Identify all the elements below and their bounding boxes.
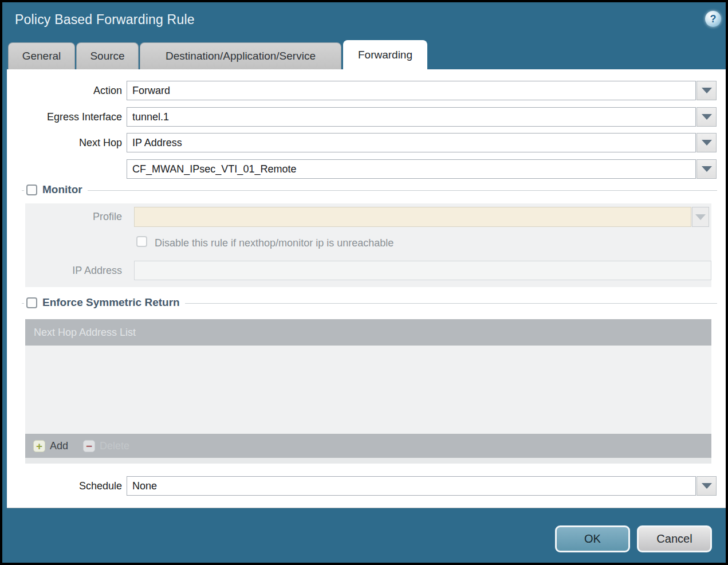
next-hop-address-list-body bbox=[25, 346, 711, 434]
monitor-group: Monitor bbox=[22, 190, 717, 191]
next-hop-address-dropdown-button[interactable] bbox=[696, 159, 717, 179]
symmetric-return-legend: Enforce Symmetric Return bbox=[24, 296, 185, 309]
symmetric-return-legend-label: Enforce Symmetric Return bbox=[42, 296, 180, 309]
next-hop-address-list-table: Next Hop Address List + Add − Delete bbox=[25, 319, 711, 464]
chevron-down-icon bbox=[702, 166, 712, 172]
action-combo bbox=[127, 81, 717, 100]
monitor-checkbox[interactable] bbox=[26, 185, 37, 195]
forwarding-tab-panel: Action Egress Interface Next Hop bbox=[7, 69, 726, 508]
schedule-label: Schedule bbox=[7, 480, 122, 492]
ok-button-label: OK bbox=[584, 532, 601, 546]
chevron-down-icon bbox=[702, 140, 712, 146]
disable-rule-checkbox bbox=[136, 236, 147, 247]
action-label: Action bbox=[7, 85, 122, 97]
add-icon: + bbox=[33, 440, 45, 452]
next-hop-combo bbox=[127, 133, 717, 152]
next-hop-label: Next Hop bbox=[7, 137, 122, 149]
symmetric-return-checkbox[interactable] bbox=[26, 297, 37, 308]
egress-interface-label: Egress Interface bbox=[7, 111, 122, 123]
add-button[interactable]: + Add bbox=[33, 440, 68, 452]
schedule-input[interactable] bbox=[127, 476, 696, 496]
pbf-rule-dialog: Policy Based Forwarding Rule ? General S… bbox=[2, 2, 726, 563]
next-hop-address-input[interactable] bbox=[127, 159, 696, 179]
screen: Policy Based Forwarding Rule ? General S… bbox=[0, 0, 728, 565]
next-hop-address-list-header: Next Hop Address List bbox=[25, 319, 711, 346]
delete-button-label: Delete bbox=[100, 440, 129, 452]
tab-forwarding[interactable]: Forwarding bbox=[343, 40, 427, 69]
dialog-title: Policy Based Forwarding Rule bbox=[15, 12, 195, 28]
symmetric-return-group: Enforce Symmetric Return bbox=[22, 303, 717, 304]
table-resize-strip bbox=[25, 458, 711, 464]
ok-button[interactable]: OK bbox=[555, 525, 630, 552]
help-icon[interactable]: ? bbox=[705, 11, 721, 27]
disable-rule-label: Disable this rule if nexthop/monitor ip … bbox=[155, 237, 393, 249]
chevron-down-icon bbox=[702, 114, 712, 120]
monitor-ip-address-input bbox=[134, 261, 711, 280]
profile-dropdown-button bbox=[692, 207, 709, 227]
profile-label: Profile bbox=[7, 211, 122, 223]
monitor-legend: Monitor bbox=[24, 183, 88, 196]
egress-interface-dropdown-button[interactable] bbox=[696, 107, 717, 127]
next-hop-address-combo bbox=[127, 159, 717, 179]
tab-destination-application-service[interactable]: Destination/Application/Service bbox=[140, 42, 341, 69]
cancel-button[interactable]: Cancel bbox=[637, 525, 712, 552]
tab-general[interactable]: General bbox=[8, 42, 75, 69]
chevron-down-icon bbox=[702, 88, 712, 93]
tab-dest-label: Destination/Application/Service bbox=[166, 50, 316, 62]
delete-button: − Delete bbox=[83, 440, 129, 452]
schedule-combo bbox=[127, 476, 717, 496]
monitor-ip-address-label: IP Address bbox=[7, 265, 122, 277]
chevron-down-icon bbox=[702, 483, 712, 489]
profile-input bbox=[134, 207, 691, 227]
next-hop-address-list-header-label: Next Hop Address List bbox=[34, 327, 136, 339]
monitor-legend-label: Monitor bbox=[42, 183, 82, 196]
action-dropdown-button[interactable] bbox=[696, 81, 717, 100]
chevron-down-icon bbox=[695, 214, 706, 220]
add-button-label: Add bbox=[50, 440, 68, 452]
next-hop-type-input[interactable] bbox=[127, 133, 696, 152]
tab-source-label: Source bbox=[90, 50, 124, 62]
next-hop-address-list-toolbar: + Add − Delete bbox=[25, 434, 711, 458]
egress-interface-combo bbox=[127, 107, 717, 127]
next-hop-dropdown-button[interactable] bbox=[696, 133, 717, 152]
tab-general-label: General bbox=[22, 50, 61, 62]
profile-combo bbox=[134, 207, 709, 227]
egress-interface-input[interactable] bbox=[127, 107, 696, 127]
tab-forwarding-label: Forwarding bbox=[358, 49, 412, 61]
cancel-button-label: Cancel bbox=[656, 532, 692, 546]
delete-icon: − bbox=[83, 440, 95, 452]
action-input[interactable] bbox=[127, 81, 696, 100]
schedule-dropdown-button[interactable] bbox=[696, 476, 717, 496]
tab-source[interactable]: Source bbox=[76, 42, 139, 69]
